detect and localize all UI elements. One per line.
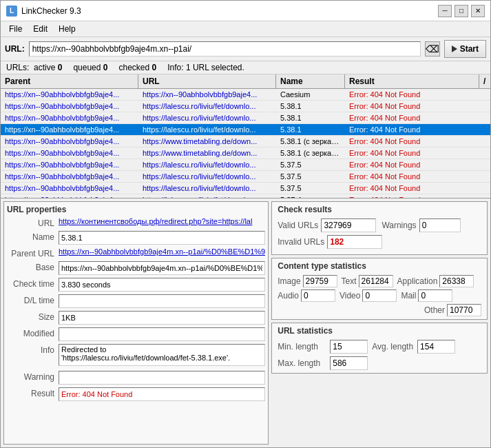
cell-name: 5.38.1	[276, 112, 345, 123]
invalid-urls-value[interactable]	[327, 235, 382, 249]
url-stats-title: URL statistics	[278, 326, 481, 336]
header-url[interactable]: URL	[138, 74, 276, 88]
text-label: Text	[342, 276, 357, 286]
cell-result: Error: 404 Not Found	[345, 101, 490, 112]
video-label: Video	[339, 291, 360, 301]
table-row[interactable]: https://xn--90abhbolvbbfgb9aje4... https…	[1, 171, 490, 183]
avg-length-value[interactable]	[417, 340, 455, 354]
video-value[interactable]	[362, 289, 397, 302]
audio-item: Audio	[278, 289, 335, 302]
menu-file[interactable]: File	[3, 23, 28, 35]
max-length-label: Max. length	[278, 358, 326, 368]
table-row[interactable]: https://xn--90abhbolvbbfgb9aje4... https…	[1, 183, 490, 194]
bottom-area: URL properties URL https://континентсвоб…	[1, 198, 490, 447]
cell-url: https://lalescu.ro/liviu/fet/downlo...	[138, 101, 276, 112]
dl-time-field[interactable]	[59, 294, 265, 308]
results-table-container: Parent URL Name Result / https://xn--90a…	[1, 74, 490, 198]
prop-row-warning: Warning	[7, 371, 265, 385]
menu-edit[interactable]: Edit	[28, 23, 53, 35]
cell-parent: https://xn--90abhbolvbbfgb9aje4...	[1, 147, 138, 159]
image-item: Image	[278, 275, 337, 287]
maximize-button[interactable]: □	[455, 5, 468, 17]
start-button-label: Start	[460, 44, 479, 54]
prop-value-modified	[59, 327, 265, 341]
text-value[interactable]	[359, 275, 393, 287]
prop-row-result: Result	[7, 387, 265, 401]
modified-field[interactable]	[59, 327, 265, 341]
status-info-value: 1 URL selected.	[186, 63, 244, 72]
application-item: Application	[397, 275, 474, 287]
minimize-button[interactable]: ─	[438, 5, 452, 17]
mail-value[interactable]	[418, 289, 452, 302]
cell-name: 5.38.1	[276, 124, 345, 135]
warning-field[interactable]	[59, 371, 265, 385]
table-row[interactable]: https://xn--90abhbolvbbfgb9aje4... https…	[1, 101, 490, 112]
prop-row-parent: Parent URL https://xn--90abhbolvbbfgb9aj…	[7, 247, 265, 258]
cell-parent: https://xn--90abhbolvbbfgb9aje4...	[1, 101, 138, 112]
image-value[interactable]	[303, 275, 337, 287]
table-row[interactable]: https://xn--90abhbolvbbfgb9aje4... https…	[1, 89, 490, 101]
cell-parent: https://xn--90abhbolvbbfgb9aje4...	[1, 194, 138, 198]
url-stats-grid: Min. length Avg. length Max. length	[278, 340, 481, 370]
cell-url: https://lalescu.ro/liviu/fet/downlo...	[138, 194, 276, 198]
result-field[interactable]	[59, 387, 265, 401]
cell-url: https://lalescu.ro/liviu/fet/downlo...	[138, 112, 276, 123]
content-row1: Image Text Application	[278, 275, 481, 287]
header-name[interactable]: Name	[276, 74, 345, 88]
warnings-label: Warnings	[382, 221, 416, 230]
valid-urls-value[interactable]	[321, 218, 376, 232]
warnings-value[interactable]	[419, 218, 461, 232]
info-field[interactable]	[59, 344, 265, 366]
prop-label-url: URL	[7, 217, 59, 228]
table-row[interactable]: https://xn--90abhbolvbbfgb9aje4... https…	[1, 194, 490, 198]
table-row[interactable]: https://xn--90abhbolvbbfgb9aje4... https…	[1, 124, 490, 136]
url-link[interactable]: https://континентсвободы.рф/redirect.php…	[59, 217, 265, 225]
prop-label-base: Base	[7, 261, 59, 272]
application-label: Application	[397, 276, 438, 286]
min-length-value[interactable]	[330, 340, 368, 354]
prop-row-modified: Modified	[7, 327, 265, 341]
header-parent[interactable]: Parent	[1, 74, 138, 88]
max-length-value[interactable]	[330, 356, 368, 370]
close-button[interactable]: ✕	[471, 5, 485, 17]
url-stats-panel: URL statistics Min. length Avg. length M…	[271, 323, 488, 374]
audio-value[interactable]	[301, 289, 335, 302]
check-results-row1: Valid URLs Warnings	[278, 218, 481, 232]
url-input[interactable]	[29, 41, 421, 57]
status-urls-label: URLs: active 0	[6, 63, 62, 72]
table-row[interactable]: https://xn--90abhbolvbbfgb9aje4... https…	[1, 147, 490, 159]
cell-name: 5.37.5	[276, 171, 345, 182]
size-field[interactable]	[59, 311, 265, 325]
prop-value-checktime	[59, 278, 265, 292]
menu-help[interactable]: Help	[53, 23, 81, 35]
table-row[interactable]: https://xn--90abhbolvbbfgb9aje4... https…	[1, 159, 490, 171]
prop-label-info: Info	[7, 344, 59, 355]
cell-name: 5.37.4	[276, 194, 345, 198]
titlebar-left: L LinkChecker 9.3	[6, 6, 81, 17]
cell-url: https://www.timetabling.de/down...	[138, 147, 276, 159]
check-time-field[interactable]	[59, 278, 265, 292]
prop-value-name	[59, 231, 265, 245]
checked-count: 0	[152, 63, 157, 72]
cell-name: 5.38.1 (с зеркала, помеч...	[276, 147, 345, 159]
table-row[interactable]: https://xn--90abhbolvbbfgb9aje4... https…	[1, 136, 490, 147]
name-field[interactable]	[59, 231, 265, 245]
titlebar: L LinkChecker 9.3 ─ □ ✕	[1, 1, 490, 21]
header-result[interactable]: Result	[345, 74, 479, 88]
prop-value-parent: https://xn--90abhbolvbbfgb9aje4m.xn--p1a…	[59, 247, 265, 256]
prop-value-warning	[59, 371, 265, 385]
url-bar-label: URL:	[5, 44, 25, 54]
start-button[interactable]: Start	[444, 40, 486, 58]
base-field[interactable]	[59, 261, 265, 275]
prop-row-size: Size	[7, 311, 265, 325]
other-value[interactable]	[447, 304, 481, 316]
header-sort[interactable]: /	[479, 74, 490, 88]
application-value[interactable]	[439, 275, 474, 287]
url-clear-button[interactable]: ⌫	[425, 41, 440, 57]
warnings-item: Warnings	[382, 218, 460, 232]
parent-url-link[interactable]: https://xn--90abhbolvbbfgb9aje4m.xn--p1a…	[59, 247, 265, 256]
statusbar: URLs: active 0 queued 0 checked 0 Info: …	[1, 61, 490, 74]
cell-name: 5.38.1 (с зеркала, помеч...	[276, 136, 345, 147]
queued-count: 0	[103, 63, 108, 72]
table-row[interactable]: https://xn--90abhbolvbbfgb9aje4... https…	[1, 112, 490, 124]
